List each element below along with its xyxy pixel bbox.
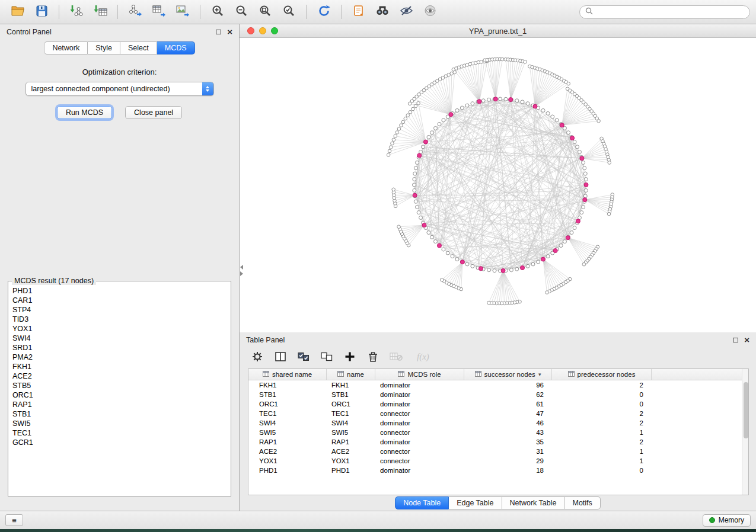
add-row-button[interactable] bbox=[342, 350, 358, 366]
tab-motifs[interactable]: Motifs bbox=[564, 496, 600, 509]
tab-node-table[interactable]: Node Table bbox=[395, 496, 449, 509]
table-cell: 0 bbox=[552, 467, 652, 474]
delete-rows-button[interactable] bbox=[365, 350, 381, 366]
table-toolbar: f(x) bbox=[240, 347, 756, 368]
table-cell: SWI4 bbox=[327, 419, 375, 427]
zoom-fit-button[interactable] bbox=[253, 2, 277, 22]
desktop-wallpaper bbox=[0, 529, 756, 532]
result-node[interactable]: STB1 bbox=[12, 409, 227, 419]
tab-select[interactable]: Select bbox=[120, 41, 157, 55]
save-button[interactable] bbox=[30, 2, 53, 22]
result-node[interactable]: TID3 bbox=[12, 315, 227, 324]
hide-selection-button[interactable] bbox=[394, 2, 418, 22]
table-row[interactable]: ORC1ORC1dominator610 bbox=[248, 399, 748, 409]
column-header-predecessor-nodes[interactable]: predecessor nodes bbox=[552, 369, 652, 380]
result-node[interactable]: ACE2 bbox=[12, 371, 227, 381]
result-node[interactable]: RAP1 bbox=[12, 400, 227, 409]
result-node[interactable]: CAR1 bbox=[12, 296, 227, 305]
table-row[interactable]: PHD1PHD1dominator180 bbox=[248, 466, 748, 475]
result-node[interactable]: STB5 bbox=[12, 381, 227, 390]
tab-style[interactable]: Style bbox=[88, 41, 120, 55]
column-header-successor-nodes[interactable]: successor nodes▾ bbox=[464, 369, 552, 380]
clear-selection-button[interactable] bbox=[319, 350, 334, 366]
result-node[interactable]: ORC1 bbox=[12, 390, 227, 400]
select-all-button[interactable] bbox=[296, 350, 311, 366]
result-node[interactable]: SWI4 bbox=[12, 334, 227, 343]
control-panel: Control Panel × NetworkStyleSelectMCDS O… bbox=[0, 24, 240, 511]
result-node[interactable]: FKH1 bbox=[12, 362, 227, 371]
tab-network-table[interactable]: Network Table bbox=[502, 496, 565, 509]
float-table-panel-icon[interactable] bbox=[733, 338, 738, 342]
show-all-button[interactable] bbox=[418, 2, 442, 22]
result-node[interactable]: SWI5 bbox=[12, 419, 227, 428]
table-row[interactable]: YOX1YOX1connector291 bbox=[248, 456, 748, 466]
refresh-icon bbox=[317, 4, 331, 20]
close-table-panel-icon[interactable]: × bbox=[744, 335, 749, 344]
result-node[interactable]: GCR1 bbox=[12, 438, 227, 447]
zoom-in-button[interactable] bbox=[206, 2, 229, 22]
minimize-window-button[interactable] bbox=[259, 27, 266, 34]
tab-edge-table[interactable]: Edge Table bbox=[449, 496, 502, 509]
zoom-selected-button[interactable] bbox=[277, 2, 301, 22]
network-canvas[interactable] bbox=[240, 38, 756, 332]
export-table-button[interactable] bbox=[147, 2, 171, 22]
collapse-left-icon[interactable] bbox=[240, 265, 243, 270]
close-window-button[interactable] bbox=[247, 27, 254, 34]
import-network-button[interactable] bbox=[65, 2, 88, 22]
table-row[interactable]: TEC1TEC1connector472 bbox=[248, 409, 748, 418]
result-node[interactable]: SRD1 bbox=[12, 343, 227, 352]
close-panel-icon[interactable]: × bbox=[227, 27, 232, 36]
column-header-shared-name[interactable]: shared name bbox=[248, 369, 327, 380]
table-row[interactable]: FKH1FKH1dominator962 bbox=[248, 380, 748, 390]
search-box[interactable] bbox=[579, 5, 750, 19]
table-cell: SWI5 bbox=[248, 429, 327, 436]
table-row[interactable]: RAP1RAP1dominator352 bbox=[248, 437, 748, 447]
zoom-out-button[interactable] bbox=[229, 2, 253, 22]
network-window-titlebar[interactable]: YPA_prune.txt_1 bbox=[240, 24, 756, 38]
table-row[interactable]: STB1STB1dominator620 bbox=[248, 390, 748, 399]
toolbar-separator bbox=[341, 5, 342, 19]
result-node[interactable]: YOX1 bbox=[12, 324, 227, 334]
tab-mcds[interactable]: MCDS bbox=[157, 41, 195, 55]
column-header-name[interactable]: name bbox=[327, 369, 375, 380]
table-row[interactable]: SWI5SWI5connector431 bbox=[248, 428, 748, 437]
import-table-button[interactable] bbox=[88, 2, 112, 22]
run-mcds-button[interactable]: Run MCDS bbox=[57, 106, 112, 119]
criterion-dropdown[interactable]: largest connected component (undirected) bbox=[25, 82, 214, 96]
table-cell: RAP1 bbox=[327, 438, 375, 446]
float-panel-icon[interactable] bbox=[216, 30, 221, 34]
open-folder-button[interactable] bbox=[6, 2, 30, 22]
close-panel-button[interactable]: Close panel bbox=[125, 106, 182, 119]
show-columns-button[interactable] bbox=[273, 350, 288, 366]
table-cell: YOX1 bbox=[248, 457, 327, 464]
tab-network[interactable]: Network bbox=[44, 41, 88, 55]
table-cell: connector bbox=[375, 457, 464, 464]
function-builder-icon: f(x) bbox=[416, 351, 435, 365]
table-cell: dominator bbox=[375, 391, 464, 398]
panel-menu-button[interactable]: ≡ bbox=[5, 514, 23, 526]
refresh-button[interactable] bbox=[312, 2, 336, 22]
expand-right-icon[interactable] bbox=[240, 271, 243, 276]
result-node[interactable]: TEC1 bbox=[12, 428, 227, 438]
splitter-collapse-buttons[interactable] bbox=[240, 264, 244, 277]
memory-button[interactable]: Memory bbox=[703, 514, 751, 527]
table-cell: connector bbox=[375, 448, 464, 455]
export-network-button[interactable] bbox=[123, 2, 147, 22]
result-node[interactable]: STP4 bbox=[12, 305, 227, 315]
zoom-window-button[interactable] bbox=[271, 27, 278, 34]
search-input[interactable] bbox=[596, 8, 744, 16]
result-node[interactable]: PMA2 bbox=[12, 352, 227, 362]
table-row[interactable]: ACE2ACE2connector311 bbox=[248, 447, 748, 456]
first-neighbors-button[interactable] bbox=[371, 2, 394, 22]
optimization-criterion-label: Optimization criterion: bbox=[0, 68, 239, 76]
sort-indicator-icon[interactable]: ▾ bbox=[538, 371, 541, 377]
table-cell: YOX1 bbox=[327, 457, 375, 464]
table-scrollbar[interactable] bbox=[742, 369, 748, 495]
scrollbar-thumb[interactable] bbox=[744, 382, 748, 438]
export-image-button[interactable] bbox=[171, 2, 194, 22]
table-row[interactable]: SWI4SWI4dominator462 bbox=[248, 418, 748, 428]
result-node[interactable]: PHD1 bbox=[12, 286, 227, 296]
clone-network-button[interactable] bbox=[347, 2, 371, 22]
settings-gear-button[interactable] bbox=[250, 350, 265, 366]
column-header-MCDS-role[interactable]: MCDS role bbox=[375, 369, 464, 380]
